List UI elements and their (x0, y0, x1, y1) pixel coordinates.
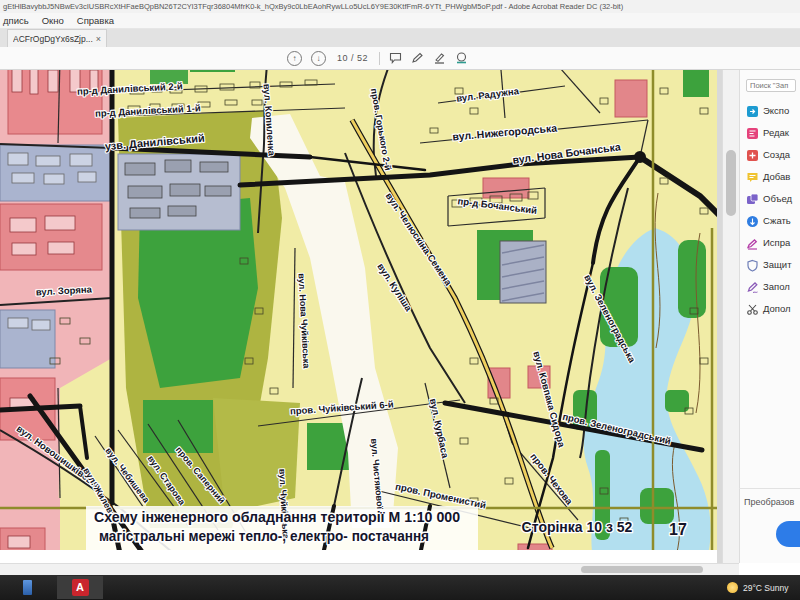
tools-search-input[interactable] (746, 79, 796, 92)
page-total: 52 (357, 53, 368, 63)
sidebar-tool-label: Запол (763, 281, 790, 292)
sidebar-tool-combine-files[interactable]: Объед (740, 187, 800, 209)
tab-bar (0, 29, 800, 47)
more-tools-icon (746, 302, 759, 315)
city-map: пр-д Данилівський 2-йпр-д Данилівський 1… (0, 70, 722, 563)
sidebar-tool-scan-fix[interactable]: Испра (740, 231, 800, 253)
tools-sidebar: ЭкспоРедакСоздаДобавОбъедСжатьИспраЗащит… (739, 70, 800, 563)
window-title: gEtHlBavybbJ5NBwEv3cIUSBRcXtHFaeBQpBN26T… (3, 2, 623, 11)
comment-icon (746, 170, 759, 183)
sidebar-tool-label: Добав (763, 171, 790, 182)
map-sheet-number: 17 (669, 521, 687, 538)
sun-icon (727, 582, 738, 593)
sidebar-tool-label: Допол (763, 303, 791, 314)
page-down-icon[interactable]: ↓ (311, 51, 326, 66)
sidebar-tool-label: Созда (763, 149, 790, 160)
combine-files-icon (746, 192, 759, 205)
menu-item-window[interactable]: Окно (42, 15, 64, 26)
document-tab-title: ACFrOgDgYx6sZjp... (13, 34, 93, 44)
blue-app-icon (23, 580, 32, 595)
fill-sign-icon (746, 280, 759, 293)
toolbar-divider (379, 52, 380, 65)
pen-tool-icon[interactable] (411, 52, 424, 64)
taskbar-app-icon[interactable] (18, 579, 36, 596)
export-pdf-icon (746, 104, 759, 117)
compress-pdf-icon (746, 214, 759, 227)
sidebar-tool-label: Защит (763, 259, 792, 270)
tab-close-icon[interactable]: × (96, 34, 101, 44)
acrobat-icon: A (72, 579, 89, 596)
window-title-bar[interactable]: gEtHlBavybbJ5NBwEv3cIUSBRcXtHFaeBQpBN26T… (0, 0, 800, 13)
stamp-tool-icon[interactable] (455, 52, 468, 64)
highlight-tool-icon[interactable] (433, 52, 446, 64)
taskbar-weather-widget[interactable]: 29°C Sunny (727, 575, 800, 600)
page-indicator[interactable]: 10 / 52 (337, 53, 368, 63)
convert-button[interactable] (776, 521, 800, 547)
map-caption-line1: Схему інженерного обладнання території М… (94, 508, 460, 525)
horizontal-scrollbar-thumb[interactable] (581, 566, 703, 573)
menu-bar: дпись Окно Справка (0, 13, 800, 29)
tools-list: ЭкспоРедакСоздаДобавОбъедСжатьИспраЗащит… (740, 99, 800, 319)
sidebar-tool-comment[interactable]: Добав (740, 165, 800, 187)
vertical-scrollbar-thumb[interactable] (726, 150, 736, 216)
map-caption-line2: магістральні мережі тепло-, електро- пос… (99, 527, 429, 544)
scan-fix-icon (746, 236, 759, 249)
sidebar-tool-label: Испра (763, 237, 790, 248)
sidebar-tool-more-tools[interactable]: Допол (740, 297, 800, 319)
sidebar-tool-label: Экспо (763, 105, 789, 116)
page-divider: / (351, 53, 354, 63)
sidebar-tool-protect[interactable]: Защит (740, 253, 800, 275)
sidebar-tool-label: Редак (763, 127, 789, 138)
taskbar (0, 575, 800, 600)
page-current[interactable]: 10 (337, 53, 348, 63)
vertical-scrollbar[interactable] (722, 70, 739, 563)
document-tab[interactable]: ACFrOgDgYx6sZjp... × (7, 29, 107, 47)
screen: { "window": { "title": "gEtHlBavybbJ5NBw… (0, 0, 800, 600)
protect-icon (746, 258, 759, 271)
weather-text: 29°C Sunny (743, 583, 788, 593)
comment-tool-icon[interactable] (389, 52, 402, 64)
sidebar-tool-label: Сжать (763, 215, 791, 226)
sidebar-tool-create-pdf[interactable]: Созда (740, 143, 800, 165)
sidebar-divider (739, 488, 800, 489)
sidebar-tool-compress-pdf[interactable]: Сжать (740, 209, 800, 231)
sidebar-tool-export-pdf[interactable]: Экспо (740, 99, 800, 121)
sidebar-tool-edit-pdf[interactable]: Редак (740, 121, 800, 143)
taskbar-acrobat-button[interactable]: A (57, 576, 103, 599)
menu-item-help[interactable]: Справка (77, 15, 114, 26)
sidebar-tool-label: Объед (763, 193, 792, 204)
map-page-label: Сторінка 10 з 52 (522, 519, 633, 535)
horizontal-scrollbar[interactable] (0, 563, 739, 575)
sidebar-tool-fill-sign[interactable]: Запол (740, 275, 800, 297)
create-pdf-icon (746, 148, 759, 161)
pdf-map-page[interactable]: пр-д Данилівський 2-йпр-д Данилівський 1… (0, 70, 722, 563)
convert-label: Преобразов (744, 497, 800, 507)
menu-item-sign[interactable]: дпись (3, 15, 29, 26)
main-toolbar: ↑ ↓ 10 / 52 (0, 47, 800, 70)
page-up-icon[interactable]: ↑ (287, 51, 302, 66)
edit-pdf-icon (746, 126, 759, 139)
